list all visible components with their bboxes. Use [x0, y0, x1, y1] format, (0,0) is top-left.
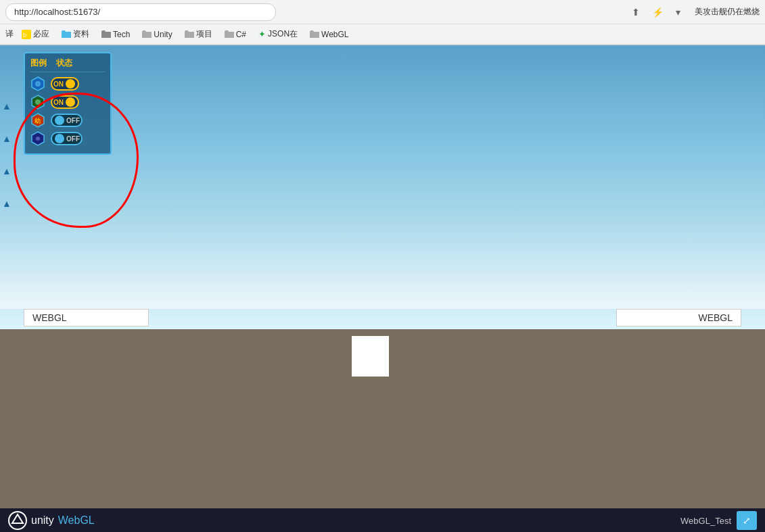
- svg-marker-11: [12, 514, 23, 523]
- bookmark-project[interactable]: 项目: [181, 27, 216, 41]
- bookmark-unity[interactable]: Unity: [138, 28, 176, 41]
- address-input[interactable]: [5, 3, 276, 21]
- bookmark-label-translate: 译: [5, 28, 14, 40]
- unity-text: unity: [31, 514, 54, 527]
- folder-icon-tech: [101, 30, 111, 38]
- folder-icon-project: [185, 30, 194, 38]
- nav-arrow-up-1[interactable]: ▲: [0, 99, 14, 113]
- bookmark-biying[interactable]: b 必应: [18, 27, 53, 41]
- bookmark-webgl[interactable]: WebGL: [306, 28, 352, 41]
- share-button[interactable]: ⬆: [628, 5, 643, 19]
- toggle-on-1[interactable]: ON: [51, 77, 79, 91]
- fullscreen-button[interactable]: ⤢: [737, 511, 757, 530]
- bookmark-json[interactable]: ✦ JSON在: [254, 27, 302, 41]
- webgl-test-label: WebGL_Test: [680, 516, 731, 526]
- toggle-off-4[interactable]: OFF: [51, 132, 83, 145]
- bookmark-csharp[interactable]: C#: [221, 28, 250, 41]
- toggle-knob-2: [66, 97, 75, 107]
- json-icon: ✦: [258, 29, 266, 39]
- nav-arrow-up-4[interactable]: ▲: [0, 197, 14, 210]
- side-nav: ▲ ▲ ▲ ▲: [0, 99, 14, 210]
- folder-icon: [62, 30, 71, 38]
- hex-icon-3: 幼: [30, 113, 45, 128]
- hex-icon-4: [30, 131, 45, 146]
- browser-chrome: ⬆ ⚡ ▾ 美攻击舰仍在燃烧 译 b 必应 资料 Tech Unity 项目: [0, 0, 765, 45]
- bookmark-tech[interactable]: Tech: [97, 28, 134, 41]
- nav-arrow-up-2[interactable]: ▲: [0, 132, 14, 145]
- white-cube-object: [352, 336, 389, 377]
- chevron-button[interactable]: ▾: [672, 5, 684, 19]
- lightning-button[interactable]: ⚡: [649, 5, 667, 19]
- unity-logo-icon: [8, 511, 27, 530]
- bottom-bar: unity WebGL WebGL_Test ⤢: [0, 508, 765, 532]
- folder-icon-unity: [142, 30, 152, 38]
- panel-row-1: ON: [30, 76, 105, 91]
- svg-point-3: [35, 81, 41, 87]
- main-content: WEBGL WEBGL ▲ ▲ ▲ ▲ 图例 状态 ON: [0, 45, 765, 532]
- panel-row-4: OFF: [30, 131, 105, 146]
- overlay-panel: 图例 状态 ON: [24, 52, 112, 155]
- panel-header-col2: 状态: [56, 57, 72, 69]
- webgl-canvas: WEBGL WEBGL: [0, 45, 765, 508]
- bottom-bar-right: WebGL_Test ⤢: [680, 511, 757, 530]
- sky-background: [0, 45, 765, 329]
- unity-webgl-text: WebGL: [58, 514, 95, 527]
- page-title: 美攻击舰仍在燃烧: [695, 6, 760, 18]
- webgl-label-left: WEBGL: [24, 309, 149, 327]
- browser-toolbar: ⬆ ⚡ ▾ 美攻击舰仍在燃烧: [628, 5, 760, 19]
- webgl-label-right: WEBGL: [616, 309, 741, 327]
- svg-point-5: [35, 99, 41, 105]
- folder-icon-webgl: [310, 30, 319, 38]
- address-bar: ⬆ ⚡ ▾ 美攻击舰仍在燃烧: [0, 0, 765, 24]
- hex-icon-1: [30, 76, 45, 91]
- panel-row-2: ON: [30, 95, 105, 110]
- toggle-knob-3: [55, 116, 64, 125]
- bookmarks-bar: 译 b 必应 资料 Tech Unity 项目 C# ✦ JSON在: [0, 24, 765, 45]
- unity-logo: unity WebGL: [8, 511, 95, 530]
- folder-icon-csharp: [225, 30, 234, 38]
- svg-point-9: [36, 137, 40, 141]
- nav-arrow-up-3[interactable]: ▲: [0, 164, 14, 178]
- toggle-off-3[interactable]: OFF: [51, 114, 83, 127]
- toggle-knob-4: [55, 134, 64, 143]
- bookmark-ziliao[interactable]: 资料: [57, 27, 93, 41]
- toggle-knob-1: [66, 79, 75, 89]
- svg-text:b: b: [23, 32, 26, 39]
- toggle-on-2[interactable]: ON: [51, 95, 79, 109]
- panel-row-3: 幼 OFF: [30, 113, 105, 128]
- panel-header-col1: 图例: [30, 57, 47, 69]
- bookmark-icon: b: [22, 30, 31, 39]
- fullscreen-icon: ⤢: [743, 515, 751, 526]
- hex-icon-2: [30, 95, 45, 110]
- panel-header: 图例 状态: [30, 57, 105, 72]
- svg-text:幼: 幼: [34, 118, 41, 124]
